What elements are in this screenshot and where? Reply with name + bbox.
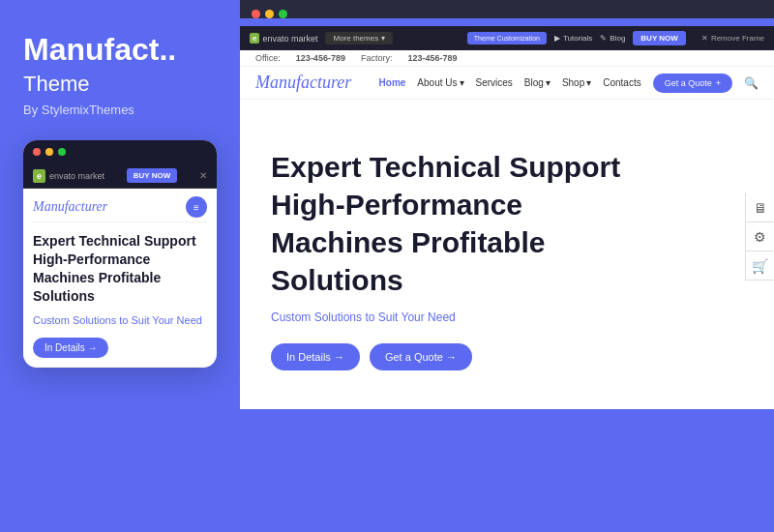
mobile-close-button[interactable]: ✕ [199, 170, 207, 181]
office-label: Office: [255, 53, 281, 63]
envato-market-label: envato market [262, 34, 317, 44]
desktop-icon[interactable]: 🖥 [745, 193, 774, 222]
site-hero: Expert Technical Support High-Performanc… [240, 100, 774, 409]
hero-buttons: In Details → Get a Quote → [271, 343, 743, 370]
browser-dot-red [252, 10, 260, 18]
video-icon: ▶ [554, 34, 560, 43]
plus-icon: + [716, 78, 721, 88]
chevron-about-icon: ▾ [460, 77, 464, 88]
factory-number: 123-456-789 [407, 53, 457, 63]
chevron-shop-icon: ▾ [586, 77, 591, 88]
site-contact-bar: Office: 123-456-789 Factory: 123-456-789 [240, 50, 774, 67]
nav-blog[interactable]: Blog ▾ [524, 77, 551, 88]
nav-services[interactable]: Services [476, 77, 513, 88]
sidebar-author: By StylemixThemes [23, 103, 217, 117]
remove-frame-button[interactable]: ✕ Remove Frame [701, 34, 764, 43]
chevron-blog-icon: ▾ [546, 77, 551, 88]
blog-icon: ✎ [600, 34, 607, 43]
browser-dots [252, 10, 762, 18]
more-themes-button[interactable]: More themes ▾ [325, 32, 393, 44]
cart-icon[interactable]: 🛒 [745, 251, 774, 281]
mobile-hamburger-button[interactable]: ≡ [186, 196, 207, 218]
tutorials-label: Tutorials [563, 34, 592, 43]
hero-subtitle: Custom Solutions to Suit Your Need [271, 310, 743, 324]
get-quote-hero-button[interactable]: Get a Quote → [370, 343, 472, 370]
chevron-down-icon: ▾ [381, 34, 385, 43]
in-details-button[interactable]: In Details → [271, 343, 360, 370]
search-icon[interactable]: 🔍 [744, 76, 759, 90]
nav-about[interactable]: About Us ▾ [417, 77, 463, 88]
nav-shop[interactable]: Shop ▾ [562, 77, 591, 88]
envato-label: envato market [49, 171, 104, 181]
envato-e2-icon: e [250, 33, 259, 44]
mobile-in-details-button[interactable]: In Details → [33, 338, 108, 358]
mobile-buy-now-button[interactable]: BUY NOW [127, 168, 178, 183]
browser-dot-green [279, 10, 287, 18]
more-themes-label: More themes [333, 34, 378, 43]
mobile-topbar [23, 140, 217, 163]
dot-red [33, 148, 41, 156]
blog-label: Blog [610, 34, 625, 43]
browser-dot-yellow [265, 10, 274, 18]
browser-chrome [240, 0, 774, 18]
settings-icon[interactable]: ⚙ [745, 222, 774, 251]
mobile-logo-row: Manufacturer ≡ [23, 189, 217, 222]
factory-label: Factory: [361, 53, 393, 63]
main-browser-area: e envato market More themes ▾ Theme Cust… [240, 0, 774, 532]
mobile-hero-sub: Custom Solutions to Suit Your Need [33, 313, 207, 328]
mobile-hero-title: Expert Technical Support High-Performanc… [33, 232, 207, 306]
buy-now-top-button[interactable]: BUY NOW [633, 31, 686, 45]
tutorials-button[interactable]: ▶ Tutorials [554, 34, 592, 43]
sidebar: Manufact.. Theme By StylemixThemes e env… [0, 0, 240, 532]
sidebar-subtitle: Theme [23, 72, 217, 97]
site-nav: Home About Us ▾ Services Blog ▾ Shop ▾ C… [379, 74, 759, 93]
mobile-preview-card: e envato market BUY NOW ✕ Manufacturer ≡… [23, 140, 217, 368]
mobile-envato-bar: e envato market BUY NOW ✕ [23, 163, 217, 189]
site-main-logo: Manufacturer [255, 73, 351, 93]
blog-button[interactable]: ✎ Blog [600, 34, 625, 43]
nav-home[interactable]: Home [379, 77, 406, 88]
sidebar-title: Manufact.. [23, 31, 217, 68]
envato-e-icon: e [33, 169, 45, 183]
envato-bar-logo: e envato market [250, 33, 317, 44]
theme-custom-label: Theme Customization [474, 35, 540, 42]
get-quote-label: Get a Quote [665, 78, 712, 88]
hero-title: Expert Technical Support High-Performanc… [271, 148, 639, 299]
remove-frame-label: Remove Frame [711, 34, 764, 43]
nav-contacts[interactable]: Contacts [603, 77, 640, 88]
dot-yellow [45, 148, 53, 156]
get-quote-nav-button[interactable]: Get a Quote + [653, 74, 732, 93]
dot-green [58, 148, 66, 156]
close-icon: ✕ [701, 34, 708, 43]
theme-customization-button[interactable]: Theme Customization [467, 32, 547, 44]
envato-top-bar: e envato market More themes ▾ Theme Cust… [240, 26, 774, 50]
office-number: 123-456-789 [296, 53, 345, 63]
envato-logo: e envato market [33, 169, 104, 183]
site-header: Manufacturer Home About Us ▾ Services Bl… [240, 67, 774, 100]
mobile-site-logo: Manufacturer [33, 199, 107, 215]
mobile-hero-content: Expert Technical Support High-Performanc… [23, 222, 217, 368]
floating-sidebar-icons: 🖥 ⚙ 🛒 [745, 193, 774, 281]
